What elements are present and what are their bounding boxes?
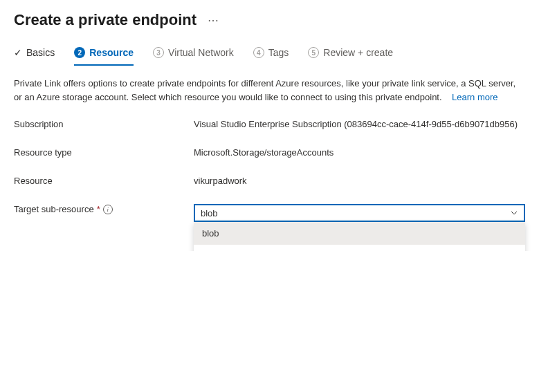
tab-label: Virtual Network <box>168 47 234 58</box>
subscription-label: Subscription <box>14 119 194 129</box>
dropdown-selected-value: blob <box>201 208 218 218</box>
dropdown-option-table[interactable]: table <box>194 245 525 251</box>
page-title: Create a private endpoint <box>14 11 197 29</box>
dropdown-options-list: blob table queue file web dfs <box>194 222 525 251</box>
subscription-value: Visual Studio Enterprise Subscription (0… <box>194 119 525 129</box>
tab-label: Review + create <box>323 47 393 58</box>
wizard-tabs: ✓ Basics 2 Resource 3 Virtual Network 4 … <box>14 43 525 66</box>
label-text: Target sub-resource <box>14 204 94 214</box>
info-icon[interactable]: i <box>103 205 113 214</box>
tab-basics[interactable]: ✓ Basics <box>14 43 55 65</box>
target-sub-resource-label: Target sub-resource * i <box>14 204 194 214</box>
tab-virtual-network[interactable]: 3 Virtual Network <box>153 43 234 65</box>
tab-label: Basics <box>26 47 55 58</box>
step-number-icon: 3 <box>153 47 164 58</box>
resource-label: Resource <box>14 176 194 186</box>
resource-type-value: Microsoft.Storage/storageAccounts <box>194 147 525 158</box>
tab-label: Resource <box>89 47 134 58</box>
resource-type-label: Resource type <box>14 147 194 158</box>
learn-more-link[interactable]: Learn more <box>452 92 497 102</box>
tab-resource[interactable]: 2 Resource <box>74 43 134 65</box>
tab-tags[interactable]: 4 Tags <box>253 43 289 65</box>
more-icon[interactable]: ⋯ <box>208 14 219 27</box>
resource-value: vikurpadwork <box>194 176 525 186</box>
required-indicator: * <box>97 204 100 214</box>
target-sub-resource-dropdown[interactable]: blob <box>194 204 525 222</box>
chevron-down-icon <box>510 209 518 217</box>
step-number-icon: 4 <box>253 47 264 58</box>
tab-label: Tags <box>268 47 289 58</box>
description-text: Private Link offers options to create pr… <box>14 77 525 104</box>
step-number-icon: 2 <box>74 47 85 58</box>
step-number-icon: 5 <box>308 47 319 58</box>
check-icon: ✓ <box>14 47 22 58</box>
dropdown-option-blob[interactable]: blob <box>194 222 525 245</box>
tab-review-create[interactable]: 5 Review + create <box>308 43 393 65</box>
description-body: Private Link offers options to create pr… <box>14 78 515 102</box>
